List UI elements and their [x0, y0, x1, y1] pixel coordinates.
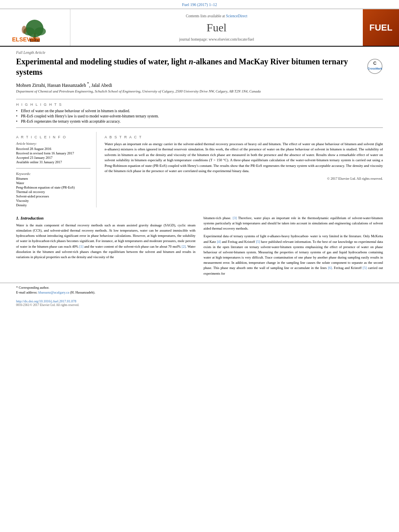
keyword-item: Water [16, 181, 90, 185]
footnote-area: * Corresponding author. E-mail address: … [0, 283, 399, 298]
main-body: 1. Introduction Water is the main compon… [0, 212, 399, 283]
info-abstract-columns: A R T I C L E I N F O Article history: R… [16, 132, 383, 207]
authors-line: Mohsen Zirrahi, Hassan Hassanzadeh *, Ja… [16, 81, 383, 88]
crossmark-logo: C CrossMark [367, 58, 383, 74]
body-right-column: bitumen-rich phase. [3] Therefore, water… [204, 216, 383, 279]
doi-area: http://dx.doi.org/10.1016/j.fuel.2017.01… [0, 298, 399, 308]
svg-point-4 [35, 27, 46, 35]
accepted-date: Accepted 23 January 2017 [16, 156, 90, 160]
body-left-column: 1. Introduction Water is the main compon… [16, 216, 195, 279]
list-item: PR-EoS regenerates the ternary system wi… [16, 119, 383, 123]
svg-text:C: C [373, 61, 376, 66]
elsevier-logo-svg: ELSEVIER [9, 12, 61, 43]
issn-text: 0016-2361/© 2017 Elsevier Ltd. All right… [16, 303, 383, 307]
history-label: Article history: [16, 142, 90, 146]
sciencedirect-text: Contents lists available at ScienceDirec… [186, 14, 247, 18]
article-info-column: A R T I C L E I N F O Article history: R… [16, 132, 97, 207]
list-item: PR-EoS coupled with Henry's law is used … [16, 114, 383, 118]
keyword-item: Thermal oil recovery [16, 190, 90, 194]
keywords-section: Keywords: Bitumen Water Peng-Robinson eq… [16, 168, 90, 207]
svg-text:ELSEVIER: ELSEVIER [12, 36, 40, 43]
corresponding-author-note: * Corresponding author. [16, 286, 383, 290]
article-type: Full Length Article [16, 51, 383, 55]
abstract-text: Water plays an important role as energy … [105, 142, 383, 174]
fuel-badge-text: FUEL [369, 23, 392, 33]
keywords-title: Keywords: [16, 172, 90, 176]
divider-kw [16, 168, 90, 168]
svg-point-6 [22, 26, 27, 34]
svg-text:CrossMark: CrossMark [368, 67, 382, 70]
received-date: Received 28 August 2016 [16, 147, 90, 151]
list-item: Effect of water on the phase behaviour o… [16, 109, 383, 113]
article-info-label: A R T I C L E I N F O [16, 135, 90, 139]
article-title-block: Experimental and modeling studies of wat… [16, 56, 383, 77]
keyword-item: Viscosity [16, 199, 90, 203]
journal-reference: Fuel 196 (2017) 1–12 [0, 0, 399, 9]
journal-header: ELSEVIER Contents lists available at Sci… [0, 9, 399, 47]
divider-1 [16, 99, 383, 99]
introduction-right-text: bitumen-rich phase. [3] Therefore, water… [204, 216, 383, 276]
keyword-item: Bitumen [16, 177, 90, 181]
abstract-label: A B S T R A C T [105, 135, 383, 139]
journal-name: Fuel [207, 21, 227, 34]
keyword-item: Density [16, 203, 90, 207]
journal-title-area: Contents lists available at ScienceDirec… [70, 9, 363, 46]
email-line: E-mail address: khassanz@ucalgary.ca (H.… [16, 290, 383, 294]
highlights-list: Effect of water on the phase behaviour o… [16, 109, 383, 123]
doi-link-line: http://dx.doi.org/10.1016/j.fuel.2017.01… [16, 299, 383, 303]
publisher-logo: ELSEVIER [0, 9, 70, 46]
keyword-item: Peng-Robinson equation of state (PR-EoS) [16, 185, 90, 189]
highlights-label: H I G H L I G H T S [16, 103, 383, 107]
divider-2 [16, 127, 383, 128]
introduction-title: 1. Introduction [16, 216, 195, 220]
fuel-journal-badge: FUEL [363, 9, 399, 46]
keyword-item: Solvent-aided processes [16, 194, 90, 198]
available-date: Available online 31 January 2017 [16, 160, 90, 164]
journal-homepage: journal homepage: www.elsevier.com/locat… [179, 37, 254, 41]
introduction-left-text: Water is the main component of thermal r… [16, 223, 195, 260]
affiliation-text: Department of Chemical and Petroleum Eng… [16, 89, 383, 93]
article-content: Full Length Article Experimental and mod… [0, 47, 399, 212]
revised-date: Received in revised form 16 January 2017 [16, 151, 90, 155]
email-link[interactable]: khassanz@ucalgary.ca [38, 290, 69, 294]
article-title-text: Experimental and modeling studies of wat… [16, 56, 367, 77]
doi-url[interactable]: http://dx.doi.org/10.1016/j.fuel.2017.01… [16, 299, 76, 303]
copyright-text: © 2017 Elsevier Ltd. All rights reserved… [105, 177, 383, 181]
abstract-column: A B S T R A C T Water plays an important… [105, 132, 383, 207]
